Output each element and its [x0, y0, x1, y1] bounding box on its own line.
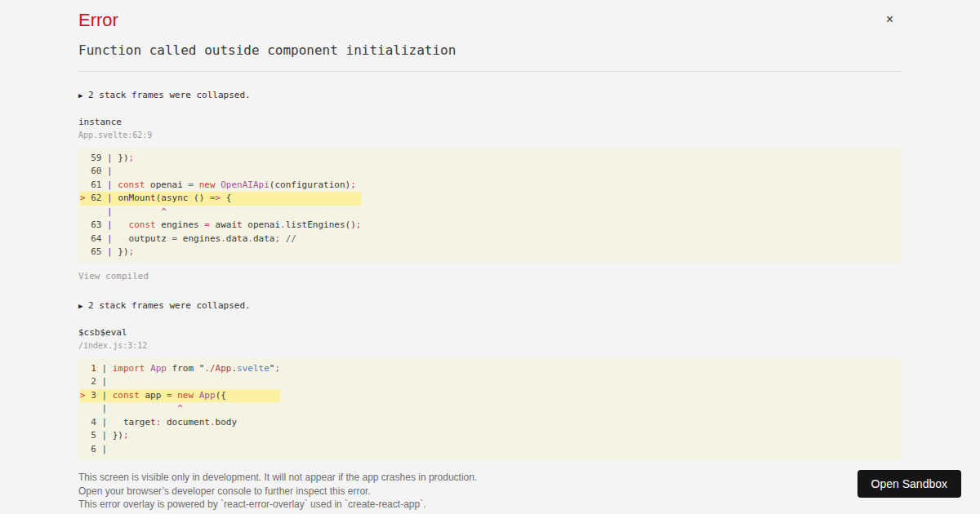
code-line: 4 | target: document.body	[80, 416, 280, 430]
open-sandbox-button[interactable]: Open Sandbox	[858, 470, 961, 498]
footer-note-powered-by: This error overlay is powered by `react-…	[78, 498, 902, 511]
code-line-highlighted: > 3 | const app = new App({	[80, 389, 280, 403]
code-line: 60 |	[80, 165, 361, 179]
code-line: 2 |	[80, 375, 280, 389]
stack-frames-list: ▶ 2 stack frames were collapsed.instance…	[78, 89, 902, 460]
code-line: 61 | const openai = new OpenAIApi(config…	[80, 179, 361, 193]
expand-arrow-icon: ▶	[78, 91, 82, 100]
view-compiled-link[interactable]: View compiled	[78, 270, 902, 282]
close-icon[interactable]: ×	[886, 13, 893, 26]
code-line: 6 |	[80, 443, 280, 457]
code-line: 64 | outputz = engines.data.data; //	[80, 233, 361, 246]
footer-notes: This screen is visible only in developme…	[78, 471, 902, 511]
code-line: 59 | });	[80, 152, 361, 166]
frame-location: App.svelte:62:9	[78, 129, 902, 141]
stack-frame: ▶ 2 stack frames were collapsed.instance…	[78, 89, 902, 282]
code-line: | ^	[80, 402, 280, 416]
code-line: 63 | const engines = await openai.listEn…	[80, 219, 361, 233]
code-line: | ^	[80, 206, 361, 219]
frame-function-name: $csb$eval	[78, 326, 902, 339]
error-message: Function called outside component initia…	[78, 42, 902, 58]
code-line-highlighted: > 62 | onMount(async () => {	[80, 192, 361, 206]
frame-function-name: instance	[78, 116, 902, 129]
code-frame: 1 | import App from "./App.svelte"; 2 | …	[78, 358, 902, 461]
footer-note-development: This screen is visible only in developme…	[78, 471, 902, 484]
collapsed-frames-toggle[interactable]: ▶ 2 stack frames were collapsed.	[78, 299, 902, 313]
footer-note-console: Open your browser’s developer console to…	[78, 485, 902, 498]
overlay-header: Error ×	[78, 0, 902, 30]
code-line: 65 | });	[80, 246, 361, 259]
code-line: 5 | });	[80, 429, 280, 443]
stack-frame: ▶ 2 stack frames were collapsed.$csb$eva…	[78, 299, 902, 460]
collapsed-frames-toggle[interactable]: ▶ 2 stack frames were collapsed.	[78, 89, 902, 103]
page-title: Error	[78, 10, 902, 30]
expand-arrow-icon: ▶	[78, 302, 82, 310]
code-line: 1 | import App from "./App.svelte";	[80, 362, 280, 376]
code-frame: 59 | }); 60 | 61 | const openai = new Op…	[78, 148, 902, 264]
frame-location: /index.js:3:12	[78, 339, 902, 352]
error-overlay: Error × Function called outside componen…	[72, 0, 908, 514]
divider	[78, 71, 902, 72]
